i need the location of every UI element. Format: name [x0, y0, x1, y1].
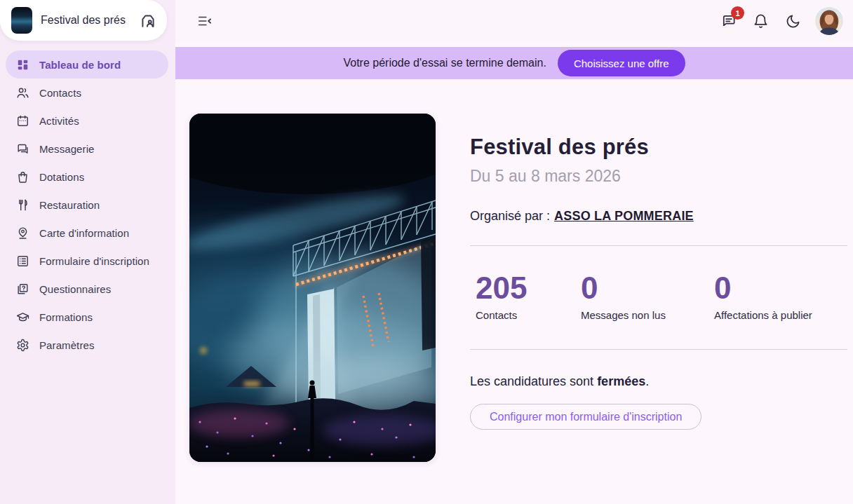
sidebar-item-label: Dotations — [39, 171, 84, 183]
sidebar-item-label: Questionnaires — [39, 283, 111, 295]
dashboard-content: Festival des prés Du 5 au 8 mars 2026 Or… — [175, 79, 853, 462]
sidebar-item-formations[interactable]: Formations — [0, 303, 175, 331]
sidebar-item-parametres[interactable]: Paramètres — [0, 331, 175, 359]
gear-icon — [15, 338, 29, 352]
sidebar-item-messagerie[interactable]: Messagerie — [0, 135, 175, 163]
sidebar-item-label: Carte d'information — [39, 227, 129, 239]
stat-value: 0 — [714, 271, 812, 305]
messages-badge: 1 — [731, 6, 744, 20]
applications-status-suffix: . — [645, 374, 649, 388]
dashboard-icon — [15, 57, 29, 71]
organizer-line: Organisé par :ASSO LA POMMERAIE — [470, 209, 847, 224]
organizer-link[interactable]: ASSO LA POMMERAIE — [554, 209, 694, 223]
sidebar-item-label: Paramètres — [39, 339, 95, 351]
main-column: 1 — [175, 0, 853, 504]
shopping-bag-icon — [15, 170, 29, 184]
stat-value: 0 — [581, 271, 714, 305]
event-switcher-name: Festival des prés — [41, 14, 139, 27]
event-dates: Du 5 au 8 mars 2026 — [470, 167, 847, 186]
sidebar: Festival des prés Tableau de bord Contac… — [0, 0, 175, 504]
calendar-icon — [15, 114, 29, 128]
stat-label: Contacts — [476, 309, 581, 321]
notifications-button[interactable] — [751, 11, 770, 31]
sidebar-item-activites[interactable]: Activités — [0, 107, 175, 135]
event-cover-photo — [189, 114, 436, 462]
event-thumbnail — [11, 7, 32, 34]
stat-label: Affectations à publier — [714, 309, 812, 321]
sidebar-item-label: Restauration — [39, 199, 100, 211]
applications-status-value: fermées — [597, 374, 645, 388]
stat-assignments-to-publish: 0 Affectations à publier — [714, 271, 812, 321]
topbar: 1 — [175, 0, 853, 42]
divider — [470, 349, 847, 350]
users-icon — [15, 86, 29, 100]
stat-unread-messages: 0 Messages non lus — [581, 271, 714, 321]
event-title: Festival des prés — [470, 135, 847, 160]
sidebar-nav: Tableau de bord Contacts Activités Messa… — [0, 50, 175, 359]
sidebar-item-contacts[interactable]: Contacts — [0, 79, 175, 107]
question-doc-icon — [15, 282, 29, 296]
form-list-icon — [15, 254, 29, 268]
sidebar-item-questionnaires[interactable]: Questionnaires — [0, 275, 175, 303]
organizer-prefix: Organisé par : — [470, 209, 550, 223]
applications-status: Les candidatures sont fermées. — [470, 374, 847, 389]
sidebar-item-label: Formations — [39, 311, 93, 323]
divider — [470, 245, 847, 246]
app-window: Festival des prés Tableau de bord Contac… — [0, 0, 853, 504]
applications-status-prefix: Les candidatures sont — [470, 374, 597, 388]
stat-value: 205 — [476, 271, 581, 305]
sidebar-item-label: Messagerie — [39, 143, 95, 155]
configure-form-button[interactable]: Configurer mon formulaire d'inscription — [470, 404, 701, 430]
sidebar-item-label: Activités — [39, 115, 79, 127]
switch-event-icon[interactable] — [139, 11, 157, 29]
messages-button[interactable]: 1 — [718, 11, 738, 31]
stats-row: 205 Contacts 0 Messages non lus 0 Affect… — [470, 271, 847, 321]
sidebar-item-label: Contacts — [39, 87, 81, 99]
stat-label: Messages non lus — [581, 309, 714, 321]
event-details: Festival des prés Du 5 au 8 mars 2026 Or… — [470, 135, 847, 462]
trial-banner: Votre période d'essai se termine demain.… — [175, 47, 853, 79]
sidebar-item-label: Tableau de bord — [39, 59, 121, 71]
topbar-actions: 1 — [718, 7, 843, 35]
sidebar-item-formulaire-inscription[interactable]: Formulaire d'inscription — [0, 247, 175, 275]
map-pin-icon — [15, 226, 29, 240]
sidebar-item-tableau-de-bord[interactable]: Tableau de bord — [6, 50, 168, 79]
event-switcher[interactable]: Festival des prés — [0, 0, 167, 41]
choose-plan-button[interactable]: Choisissez une offre — [558, 50, 685, 76]
sidebar-item-restauration[interactable]: Restauration — [0, 191, 175, 219]
sidebar-item-dotations[interactable]: Dotations — [0, 163, 175, 191]
collapse-sidebar-button[interactable] — [195, 11, 215, 31]
stat-contacts: 205 Contacts — [476, 271, 581, 321]
trial-banner-message: Votre période d'essai se termine demain. — [343, 57, 546, 69]
chat-bubbles-icon — [15, 142, 29, 156]
cutlery-icon — [15, 198, 29, 212]
dark-mode-toggle[interactable] — [783, 11, 802, 31]
user-avatar[interactable] — [815, 7, 843, 35]
sidebar-item-carte-information[interactable]: Carte d'information — [0, 219, 175, 247]
sidebar-item-label: Formulaire d'inscription — [39, 255, 149, 267]
graduation-cap-icon — [15, 310, 29, 324]
